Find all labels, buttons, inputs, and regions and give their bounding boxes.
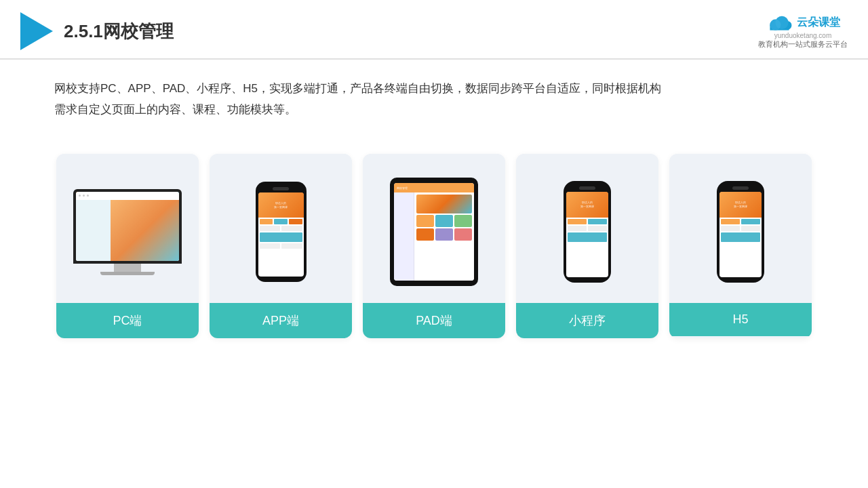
cloud-icon — [766, 13, 793, 32]
tablet-nav-text: 网校管理 — [397, 186, 408, 190]
card-pc-label: PC端 — [56, 303, 199, 338]
phone-block-1 — [260, 219, 273, 224]
phone-mini-row-2 — [568, 226, 607, 231]
page-title: 2.5.1网校管理 — [64, 20, 174, 43]
cards-container: PC端 职达人的第一堂网课 — [0, 134, 868, 352]
brand-logo: 云朵课堂 — [766, 13, 840, 32]
card-miniprogram-label: 小程序 — [516, 303, 658, 338]
pc-mockup — [73, 189, 182, 275]
card-miniprogram: 职达人的第一堂网课 — [516, 154, 658, 338]
phone-block-6 — [260, 232, 302, 242]
tablet-mini-3 — [454, 215, 472, 227]
header: 2.5.1网校管理 云朵课堂 yunduoketang.com 教育机构一站式服… — [0, 0, 868, 60]
header-right: 云朵课堂 yunduoketang.com 教育机构一站式服务云平台 — [758, 13, 848, 49]
pc-main — [111, 200, 179, 261]
phone-h5-row-3 — [721, 232, 760, 242]
brand-name: 云朵课堂 — [797, 16, 840, 30]
phone-block-2 — [274, 219, 288, 224]
tablet-cards — [416, 215, 472, 241]
phone-mini-block-5 — [568, 232, 607, 242]
phone-mockup-h5: 职达人的第一堂网课 — [717, 181, 764, 283]
card-h5-image: 职达人的第一堂网课 — [669, 154, 812, 303]
tablet-nav: 网校管理 — [394, 183, 474, 192]
svg-point-5 — [775, 16, 788, 29]
tablet-mockup: 网校管理 — [390, 178, 478, 286]
header-left: 2.5.1网校管理 — [20, 12, 174, 50]
card-pad-image: 网校管理 — [363, 154, 505, 303]
phone-mockup-app: 职达人的第一堂网课 — [256, 182, 307, 282]
card-h5: 职达人的第一堂网课 — [669, 154, 812, 338]
phone-h5-row-1 — [721, 219, 760, 224]
card-h5-label: H5 — [669, 303, 812, 336]
pc-screen-outer — [73, 189, 182, 264]
tablet-main — [414, 192, 474, 281]
phone-screen-app: 职达人的第一堂网课 — [258, 192, 304, 277]
phone-notch-mini — [579, 186, 595, 190]
phone-mini-block-4 — [588, 226, 607, 231]
brand-url: yunduoketang.com — [774, 32, 832, 39]
phone-screen-h5: 职达人的第一堂网课 — [719, 192, 762, 277]
pc-nav — [76, 192, 179, 200]
tablet-mini-1 — [416, 215, 434, 227]
phone-screen-mini: 职达人的第一堂网课 — [566, 192, 608, 277]
pc-nav-dot-3 — [87, 195, 89, 197]
phone-screen-body-h5 — [719, 218, 762, 243]
phone-mini-block-1 — [568, 219, 587, 224]
phone-block-7 — [260, 243, 281, 249]
phone-row-3 — [260, 232, 302, 242]
phone-header-text-mini: 职达人的第一堂网课 — [580, 201, 594, 208]
phone-screen-header-mini: 职达人的第一堂网课 — [566, 192, 608, 218]
phone-h5-block-1 — [721, 219, 740, 224]
phone-screen-body-mini — [566, 218, 608, 243]
description-text: 网校支持PC、APP、PAD、小程序、H5，实现多端打通，产品各终端自由切换，数… — [54, 79, 814, 120]
card-pad-label: PAD端 — [363, 303, 505, 338]
tablet-body — [394, 192, 474, 281]
card-app-label: APP端 — [210, 303, 352, 338]
pc-screen-inner — [76, 192, 179, 261]
phone-block-5 — [281, 226, 302, 231]
phone-block-8 — [281, 243, 302, 249]
card-miniprogram-image: 职达人的第一堂网课 — [516, 154, 658, 303]
phone-mini-block-2 — [588, 219, 607, 224]
tablet-mini-2 — [435, 215, 453, 227]
phone-block-4 — [260, 226, 281, 231]
phone-h5-block-3 — [721, 226, 740, 231]
card-app-image: 职达人的第一堂网课 — [210, 154, 352, 303]
pc-nav-dot — [79, 195, 81, 197]
card-pad: 网校管理 — [363, 154, 505, 338]
phone-h5-row-2 — [721, 226, 760, 231]
logo-triangle-icon — [20, 12, 53, 50]
tablet-mini-4 — [416, 228, 434, 241]
phone-screen-header-app: 职达人的第一堂网课 — [258, 192, 304, 218]
phone-screen-header-h5: 职达人的第一堂网课 — [719, 192, 762, 218]
phone-block-3 — [289, 219, 302, 224]
phone-mini-row-1 — [568, 219, 607, 224]
pc-base — [100, 272, 155, 275]
card-pc-image — [56, 154, 199, 303]
phone-header-text-app: 职达人的第一堂网课 — [274, 201, 288, 209]
pc-nav-dot-2 — [83, 195, 85, 197]
phone-mini-block-3 — [568, 226, 587, 231]
phone-screen-body-app — [258, 218, 304, 250]
card-app: 职达人的第一堂网课 — [210, 154, 352, 338]
phone-header-text-h5: 职达人的第一堂网课 — [734, 201, 747, 208]
description: 网校支持PC、APP、PAD、小程序、H5，实现多端打通，产品各终端自由切换，数… — [0, 60, 868, 127]
tablet-mini-6 — [454, 228, 472, 241]
phone-h5-block-2 — [741, 219, 760, 224]
tablet-sidebar — [394, 192, 414, 281]
phone-h5-block-4 — [741, 226, 760, 231]
pc-stand — [114, 264, 141, 272]
phone-notch-h5 — [732, 186, 749, 190]
tablet-screen: 网校管理 — [394, 183, 474, 281]
phone-row-4 — [260, 243, 302, 249]
card-pc: PC端 — [56, 154, 199, 338]
tablet-mini-5 — [435, 228, 453, 241]
phone-mini-row-3 — [568, 232, 607, 242]
pc-screen-content — [76, 192, 179, 261]
phone-mockup-mini: 职达人的第一堂网课 — [564, 181, 611, 283]
tablet-banner — [416, 195, 472, 214]
phone-h5-block-5 — [721, 232, 760, 242]
phone-row-2 — [260, 226, 302, 231]
pc-body — [76, 200, 179, 261]
brand-tagline: 教育机构一站式服务云平台 — [758, 39, 848, 49]
